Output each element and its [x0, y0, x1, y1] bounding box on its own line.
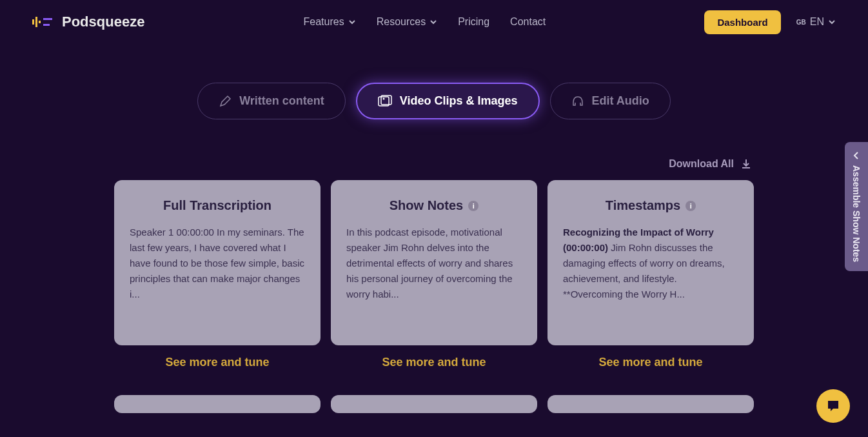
- svg-rect-4: [43, 24, 50, 26]
- card-wrapper-shownotes: Show Notes i In this podcast episode, mo…: [331, 180, 537, 369]
- card-title: Full Transcription: [130, 198, 305, 213]
- card-title: Timestamps i: [563, 198, 738, 213]
- nav-pricing-label: Pricing: [458, 16, 489, 28]
- nav-features[interactable]: Features: [304, 16, 356, 28]
- card-placeholder[interactable]: [114, 395, 321, 413]
- svg-rect-1: [35, 17, 37, 27]
- tab-edit-audio[interactable]: Edit Audio: [550, 83, 671, 119]
- chevron-down-icon: [348, 18, 356, 26]
- svg-rect-0: [32, 19, 34, 25]
- chat-bubble-button[interactable]: [816, 389, 850, 423]
- card-body: Speaker 1 00:00:00 In my seminars. The l…: [130, 225, 305, 302]
- tab-video-label: Video Clips & Images: [400, 94, 518, 108]
- tab-audio-label: Edit Audio: [592, 94, 649, 108]
- card-placeholder[interactable]: [547, 395, 754, 413]
- chevron-down-icon: [828, 18, 836, 26]
- see-more-link[interactable]: See more and tune: [382, 356, 486, 369]
- card-title: Show Notes i: [346, 198, 522, 213]
- tab-written-label: Written content: [239, 94, 324, 108]
- side-tab-label: Assemble Show Notes: [851, 165, 862, 262]
- lang-code: GB: [796, 19, 806, 26]
- card-title-text: Show Notes: [390, 198, 463, 213]
- main-content: Written content Video Clips & Images Edi…: [0, 44, 868, 413]
- chevron-down-icon: [429, 18, 437, 26]
- logo-icon: [32, 14, 55, 30]
- download-icon: [740, 158, 752, 170]
- dashboard-button[interactable]: Dashboard: [704, 10, 780, 34]
- info-icon[interactable]: i: [468, 201, 478, 211]
- headphones-icon: [571, 95, 584, 108]
- card-body: Recognizing the Impact of Worry (00:00:0…: [563, 225, 738, 302]
- side-tab-assemble[interactable]: Assemble Show Notes: [845, 142, 868, 271]
- language-selector[interactable]: GB EN: [796, 16, 836, 28]
- svg-point-7: [382, 97, 384, 99]
- chat-icon: [825, 398, 841, 414]
- see-more-link[interactable]: See more and tune: [598, 356, 702, 369]
- nav-center: Features Resources Pricing Contact: [304, 16, 546, 28]
- see-more-link[interactable]: See more and tune: [165, 356, 269, 369]
- card-title-text: Timestamps: [606, 198, 680, 213]
- header: Podsqueeze Features Resources Pricing Co…: [0, 0, 868, 44]
- image-icon: [378, 95, 392, 108]
- svg-rect-2: [39, 21, 41, 23]
- nav-resources[interactable]: Resources: [377, 16, 437, 28]
- download-all-button[interactable]: Download All: [0, 158, 752, 170]
- nav-right: Dashboard GB EN: [704, 10, 836, 34]
- nav-features-label: Features: [304, 16, 344, 28]
- card-shownotes[interactable]: Show Notes i In this podcast episode, mo…: [331, 180, 537, 345]
- nav-contact-label: Contact: [510, 16, 546, 28]
- tab-written-content[interactable]: Written content: [197, 83, 346, 119]
- card-wrapper-transcription: Full Transcription Speaker 1 00:00:00 In…: [114, 180, 321, 369]
- card-title-text: Full Transcription: [163, 198, 271, 213]
- logo-text: Podsqueeze: [62, 14, 144, 30]
- nav-resources-label: Resources: [377, 16, 426, 28]
- svg-rect-3: [43, 18, 52, 20]
- card-body: In this podcast episode, motivational sp…: [346, 225, 522, 302]
- download-all-label: Download All: [669, 158, 734, 170]
- card-transcription[interactable]: Full Transcription Speaker 1 00:00:00 In…: [114, 180, 321, 345]
- nav-contact[interactable]: Contact: [510, 16, 546, 28]
- pencil-icon: [219, 95, 232, 108]
- lang-text: EN: [810, 16, 824, 28]
- info-icon[interactable]: i: [686, 201, 696, 211]
- nav-pricing[interactable]: Pricing: [458, 16, 489, 28]
- logo[interactable]: Podsqueeze: [32, 14, 144, 30]
- pill-tabs: Written content Video Clips & Images Edi…: [0, 83, 868, 119]
- chevron-left-icon: [852, 151, 861, 160]
- card-timestamps[interactable]: Timestamps i Recognizing the Impact of W…: [547, 180, 754, 345]
- cards-grid: Full Transcription Speaker 1 00:00:00 In…: [0, 180, 868, 369]
- tab-video-clips[interactable]: Video Clips & Images: [356, 83, 540, 119]
- cards-grid-lower: [0, 395, 868, 413]
- card-placeholder[interactable]: [331, 395, 537, 413]
- card-wrapper-timestamps: Timestamps i Recognizing the Impact of W…: [547, 180, 754, 369]
